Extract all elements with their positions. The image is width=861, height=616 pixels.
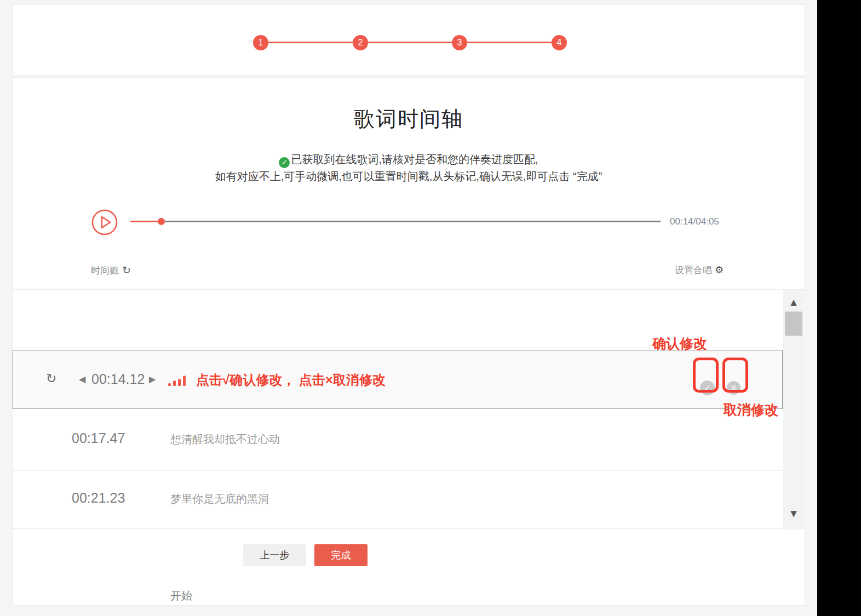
progress-handle[interactable] (158, 218, 165, 225)
scrollbar[interactable]: ▲ ▼ (783, 290, 804, 529)
section-divider (12, 75, 805, 78)
confirm-annotation-box (693, 358, 719, 393)
selected-lyric-row[interactable]: ↻ ◀ 00:14.12 ▶ 点击√确认修改， 点击×取消修改 ✓ × (13, 350, 783, 409)
lyric-row-text: 梦里你是无底的黑洞 (170, 492, 269, 506)
time-decrease-arrow-icon[interactable]: ◀ (79, 374, 85, 384)
row-divider (13, 470, 783, 471)
play-icon (102, 217, 110, 228)
cancel-annotation-label: 取消修改 (724, 401, 778, 419)
page-title: 歌词时间轴 (13, 105, 805, 133)
signal-bars-icon (168, 376, 189, 386)
edit-instruction-text: 点击√确认修改， 点击×取消修改 (196, 371, 386, 389)
reset-timestamps-icon[interactable]: ↻ (122, 264, 131, 276)
lyrics-start-row[interactable]: 开始 (170, 589, 192, 603)
timestamp-label: 时间戳 (91, 266, 119, 276)
stepper-step-2[interactable]: 2 (353, 35, 368, 50)
cancel-annotation-box (722, 358, 748, 393)
scrollbar-up-arrow-icon[interactable]: ▲ (783, 297, 804, 307)
scrollbar-down-arrow-icon[interactable]: ▼ (783, 509, 804, 519)
done-button[interactable]: 完成 (314, 544, 368, 566)
scrollbar-thumb[interactable] (785, 312, 802, 336)
right-black-bar (817, 0, 861, 616)
previous-step-button[interactable]: 上一步 (243, 544, 306, 566)
description-line-1: 已获取到在线歌词,请核对是否和您的伴奏进度匹配, (291, 153, 538, 165)
time-increase-arrow-icon[interactable]: ▶ (149, 374, 156, 384)
stepper-connector (261, 42, 567, 43)
progress-remaining (161, 221, 661, 222)
page-description: ✓已获取到在线歌词,请核对是否和您的伴奏进度匹配, 如有对应不上,可手动微调,也… (13, 151, 805, 185)
stepper-step-1[interactable]: 1 (253, 35, 268, 50)
play-button[interactable] (91, 209, 118, 235)
timestamp-group: 时间戳↻ (91, 264, 131, 277)
stepper-step-4[interactable]: 4 (552, 35, 567, 50)
main-panel: 1 2 3 4 歌词时间轴 ✓已获取到在线歌词,请核对是否和您的伴奏进度匹配, … (12, 4, 805, 606)
gear-icon: ⚙ (715, 264, 724, 275)
description-line-2: 如有对应不上,可手动微调,也可以重置时间戳,从头标记,确认无误,即可点击 “完成… (13, 168, 805, 185)
lyric-row-text: 想清醒我却抵不过心动 (170, 432, 280, 447)
lyric-row-time: 00:21.23 (72, 490, 125, 506)
time-display: 00:14/04:05 (670, 216, 719, 227)
selected-row-time: 00:14.12 (91, 371, 145, 387)
play-button-ring (93, 210, 117, 234)
lyrics-list: 开始 ↻ ◀ 00:14.12 ▶ 点击√确认修改， 点击×取消修改 ✓ × 确… (13, 289, 805, 529)
success-check-icon: ✓ (279, 157, 290, 168)
chorus-settings-label: 设置合唱 (675, 265, 712, 275)
progress-bar[interactable] (130, 221, 661, 222)
stepper-step-3[interactable]: 3 (452, 35, 467, 50)
row-reset-icon[interactable]: ↻ (46, 371, 56, 385)
progress-played (130, 221, 161, 222)
lyric-row-time: 00:17.47 (72, 430, 125, 446)
confirm-annotation-label: 确认修改 (652, 335, 707, 353)
chorus-settings-button[interactable]: 设置合唱⚙ (675, 264, 724, 277)
